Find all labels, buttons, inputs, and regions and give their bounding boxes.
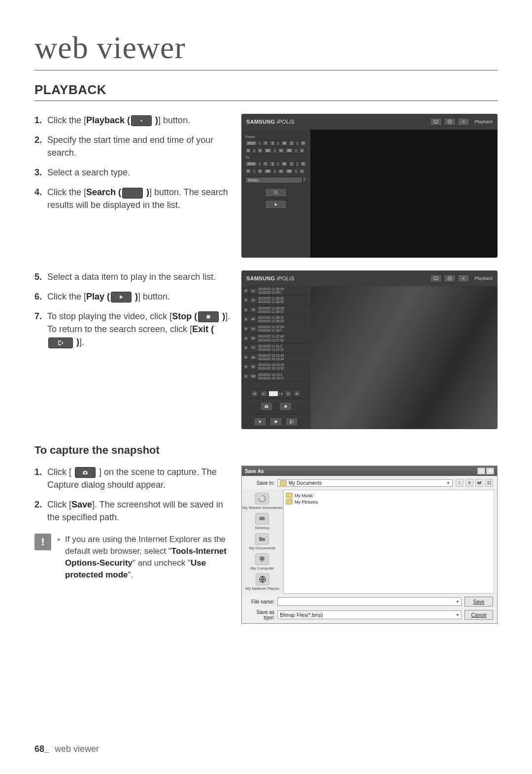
camera-icon	[75, 467, 96, 478]
help-icon[interactable]: ?	[477, 468, 485, 474]
settings-icon[interactable]	[458, 118, 469, 126]
to-date-row[interactable]: 2010 Y 1 M 1 D	[245, 161, 306, 167]
step-item: Specify the start time and end time of y…	[34, 134, 232, 159]
close-icon[interactable]: ✕	[486, 468, 494, 474]
settings-icon[interactable]	[458, 274, 469, 282]
file-item[interactable]: My Music	[286, 492, 492, 499]
place-icon	[255, 493, 269, 505]
cancel-button[interactable]: Cancel	[465, 610, 493, 620]
place-icon	[255, 513, 269, 525]
playback-tab-icon[interactable]	[444, 118, 456, 126]
new-folder-icon[interactable]	[475, 479, 483, 487]
prev-page-button[interactable]	[260, 391, 267, 397]
to-time-row[interactable]: 0 h 00 m 00 s	[245, 168, 306, 174]
place-item[interactable]: Desktop	[255, 513, 269, 530]
folder-icon	[280, 480, 287, 486]
list-item[interactable]: 6 2010/3/2 11:37:422010/3/2 11:37:52	[241, 334, 310, 343]
play-icon[interactable]	[243, 355, 248, 360]
page-footer: 68_ web viewer	[34, 744, 99, 754]
play-icon[interactable]	[243, 374, 248, 379]
play-button[interactable]	[254, 417, 266, 426]
search-type-select[interactable]: Sensor	[245, 177, 302, 183]
savetype-select[interactable]: Bitmap Files(*.bmp)▼	[277, 610, 462, 619]
section-title: PLAYBACK	[34, 82, 498, 101]
steps-list-c: Click [ ] on the scene to capture. The C…	[34, 466, 232, 524]
logo: SAMSUNG iPOLiS	[246, 119, 295, 125]
capture-button[interactable]	[260, 402, 273, 411]
exit-button[interactable]	[285, 417, 298, 426]
figure-save-as-dialog: Save As ? ✕ Save in: My Documents ▼	[241, 466, 498, 624]
folder-icon	[286, 499, 293, 505]
play-icon[interactable]	[243, 336, 248, 341]
play-icon[interactable]	[243, 307, 248, 312]
savein-select[interactable]: My Documents ▼	[277, 479, 453, 487]
page-input[interactable]	[269, 391, 278, 396]
caution-icon: !	[34, 534, 51, 550]
place-icon	[255, 533, 269, 545]
back-icon[interactable]	[456, 479, 464, 487]
play-icon[interactable]	[243, 288, 248, 293]
savein-label: Save in:	[246, 480, 274, 486]
play-icon[interactable]	[243, 298, 248, 303]
place-item[interactable]: My Recent Documents	[242, 493, 282, 510]
play-icon[interactable]	[243, 317, 248, 322]
dialog-title: Save As	[245, 469, 264, 474]
video-area	[310, 130, 498, 258]
record-button[interactable]	[279, 402, 292, 411]
view-menu-icon[interactable]	[485, 479, 493, 487]
steps-list-a: Click the [Playback ( )] button.Specify …	[34, 114, 232, 212]
from-date-row[interactable]: 2010 Y 1 M 1 D	[245, 140, 306, 146]
play-icon	[111, 292, 132, 303]
list-item[interactable]: 7 2010/3/2 11:41:32010/3/2 11:37:37	[241, 343, 310, 353]
place-item[interactable]: My Network Places	[245, 573, 279, 591]
filename-input[interactable]: ▼	[277, 597, 462, 606]
play-results-button[interactable]	[265, 200, 287, 209]
next-page-button[interactable]	[285, 391, 292, 397]
play-icon[interactable]	[243, 345, 248, 350]
from-time-row[interactable]: 0 h 00 m 00 s	[245, 148, 306, 153]
list-item[interactable]: 4 2010/3/2 11:36:112010/3/2 11:36:22	[241, 315, 310, 324]
chapter-title: web viewer	[34, 30, 498, 70]
up-icon[interactable]	[466, 479, 473, 487]
list-item[interactable]: 9 2010/3/2 10:13:192010/3/2 10:13:32	[241, 362, 310, 371]
save-button[interactable]: Save	[465, 597, 493, 606]
first-page-button[interactable]	[251, 391, 258, 397]
last-page-button[interactable]	[294, 391, 300, 397]
play-icon[interactable]	[243, 364, 248, 369]
figure-playback-search: SAMSUNG iPOLiS Playback From 2010 Y 1 M	[241, 114, 498, 258]
place-icon	[256, 573, 269, 585]
step-item: Click the [Search ( )] button. The searc…	[34, 186, 232, 211]
list-item[interactable]: 2 2010/3/2 11:36:422010/3/2 11:36:52	[241, 296, 310, 305]
result-list: 1 2010/3/2 11:36:542010/3/2 11:39:7 2 20…	[241, 286, 310, 388]
filename-label: File name:	[246, 599, 274, 605]
playback-tab-icon[interactable]	[444, 274, 456, 282]
list-item[interactable]: 10 2010/3/2 10:13:42010/3/2 10:13:17	[241, 372, 310, 381]
monitor-icon[interactable]	[430, 274, 442, 282]
places-bar: My Recent DocumentsDesktopMy DocumentsMy…	[242, 490, 283, 594]
step-item: Select a search type.	[34, 166, 232, 179]
folder-icon	[286, 493, 293, 498]
video-area	[310, 286, 498, 429]
place-item[interactable]: My Documents	[249, 533, 275, 550]
stop-button[interactable]	[269, 417, 282, 426]
list-item[interactable]: 5 2010/3/2 11:37:542010/3/2 11:38:7	[241, 324, 310, 334]
logo: SAMSUNG iPOLiS	[246, 275, 295, 281]
play-icon[interactable]	[243, 326, 248, 331]
step-item: Click the [Playback ( )] button.	[34, 114, 232, 127]
monitor-icon[interactable]	[430, 118, 442, 126]
file-list[interactable]: My MusicMy Pictures	[283, 490, 494, 594]
list-item[interactable]: 1 2010/3/2 11:36:542010/3/2 11:39:7	[241, 286, 310, 296]
exit-icon	[48, 337, 73, 348]
figure-playback-list: SAMSUNG iPOLiS Playback 1 2010/3/2 11:36…	[241, 270, 498, 429]
list-item[interactable]: 8 2010/3/2 10:13:342010/3/2 10:13:34	[241, 353, 310, 362]
place-item[interactable]: My Computer	[250, 553, 274, 571]
step-item: To stop playing the video, click [Stop (…	[34, 310, 232, 348]
step-item: Click [Save]. The screenshot will be sav…	[34, 498, 232, 524]
file-item[interactable]: My Pictures	[286, 499, 492, 505]
search-button[interactable]	[265, 188, 287, 197]
list-item[interactable]: 3 2010/3/2 11:36:292010/3/2 11:36:37	[241, 305, 310, 315]
steps-list-b: Select a data item to play in the search…	[34, 270, 232, 348]
step-item: Click the [Play ( )] button.	[34, 290, 232, 303]
pager: / 4	[241, 388, 310, 399]
header-label: Playback	[474, 119, 493, 124]
